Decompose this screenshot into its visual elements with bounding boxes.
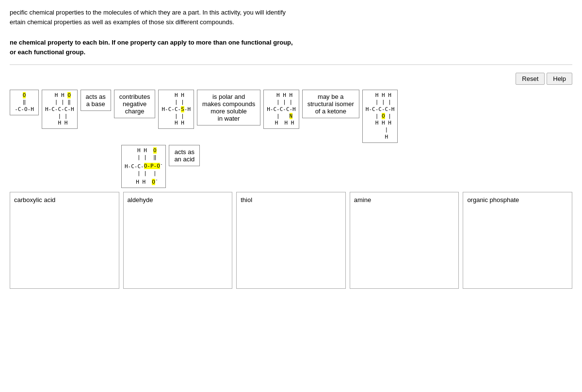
acts-as-base-text: acts asa base	[86, 93, 106, 108]
bin-amine-label: amine	[354, 196, 455, 204]
bin-carboxylic-label: carboxylic acid	[14, 196, 115, 204]
card-may-be-structural[interactable]: may be astructural isomerof a ketone	[302, 90, 359, 118]
instruction-line1: ne chemical property to each bin. If one…	[10, 39, 293, 46]
card-acts-as-base[interactable]: acts asa base	[81, 90, 111, 111]
reset-button[interactable]: Reset	[516, 73, 545, 85]
aldehyde-struct-display: H H O | | ‖ H‑C‑C‑C‑H | | H H	[45, 92, 74, 126]
cards-row-2: H H O | | ‖ H‑C‑C‑O‑P‑O‑ | | | H H O‑ ac…	[121, 145, 572, 188]
phosphate-struct-display: H H O | | ‖ H‑C‑C‑O‑P‑O‑ | | | H H O‑	[125, 147, 162, 186]
card-alcohol-struct[interactable]: H H H | | | H‑C‑C‑C‑H | O | H H H | H	[362, 90, 398, 143]
bin-carboxylic[interactable]: carboxylic acid	[10, 192, 119, 289]
bin-thiol[interactable]: thiol	[236, 192, 346, 289]
intro-line1: pecific chemical properties to the molec…	[10, 9, 286, 16]
bin-aldehyde[interactable]: aldehyde	[123, 192, 233, 289]
divider	[10, 64, 572, 65]
cards-row-1: O ‖ ‑C‑O‑H H H O | | ‖ H‑C‑C‑C‑H | | H H…	[10, 90, 572, 143]
card-thiol-struct[interactable]: H H | | H‑C‑C‑S‑H | | H H	[158, 90, 194, 129]
card-acts-as-acid[interactable]: acts asan acid	[169, 145, 200, 166]
page-wrapper: pecific chemical properties to the molec…	[0, 0, 582, 297]
bin-thiol-label: thiol	[241, 196, 341, 204]
bins-area: carboxylic acid aldehyde thiol amine org…	[10, 192, 572, 289]
card-contributes-negative[interactable]: contributesnegativecharge	[114, 90, 156, 118]
thiol-struct-display: H H | | H‑C‑C‑S‑H | | H H	[162, 92, 191, 126]
card-amine-struct[interactable]: H H H | | | H‑C‑C‑C‑H | N H H H	[263, 90, 299, 129]
card-phosphate-struct[interactable]: H H O | | ‖ H‑C‑C‑O‑P‑O‑ | | | H H O‑	[121, 145, 166, 188]
card-is-polar[interactable]: is polar andmakes compoundsmore solublei…	[197, 90, 260, 125]
instruction-text: ne chemical property to each bin. If one…	[10, 38, 378, 57]
bin-organic-phosphate[interactable]: organic phosphate	[463, 192, 572, 289]
is-polar-text: is polar andmakes compoundsmore solublei…	[202, 93, 255, 122]
alcohol-struct-display: H H H | | | H‑C‑C‑C‑H | O | H H H | H	[366, 92, 395, 141]
may-be-structural-text: may be astructural isomerof a ketone	[307, 93, 354, 115]
contributes-negative-text: contributesnegativecharge	[119, 93, 150, 115]
carboxylic-struct-display: O ‖ ‑C‑O‑H	[15, 92, 34, 113]
intro-text: pecific chemical properties to the molec…	[10, 8, 378, 27]
amine-struct-display: H H H | | | H‑C‑C‑C‑H | N H H H	[267, 92, 296, 126]
help-button[interactable]: Help	[547, 73, 572, 85]
top-buttons-area: Reset Help	[10, 73, 572, 85]
bin-aldehyde-label: aldehyde	[128, 196, 228, 204]
intro-line2: ertain chemical properties as well as ex…	[10, 18, 234, 26]
card-carboxylic-struct[interactable]: O ‖ ‑C‑O‑H	[10, 90, 39, 115]
acts-as-acid-text: acts asan acid	[174, 148, 194, 163]
bin-organic-phosphate-label: organic phosphate	[467, 196, 568, 204]
instruction-line2: or each functional group.	[10, 48, 85, 56]
card-aldehyde-struct[interactable]: H H O | | ‖ H‑C‑C‑C‑H | | H H	[42, 90, 78, 129]
bin-amine[interactable]: amine	[350, 192, 459, 289]
